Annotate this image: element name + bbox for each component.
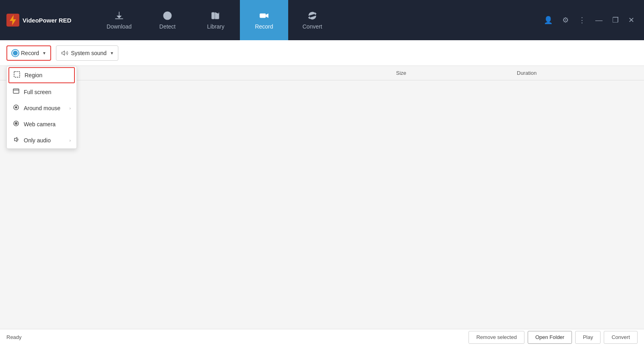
dropdown-item-web-camera[interactable]: Web camera <box>7 116 76 132</box>
svg-rect-11 <box>260 14 266 18</box>
more-icon[interactable]: ⋮ <box>575 14 589 26</box>
svg-rect-14 <box>14 72 20 77</box>
remove-selected-button[interactable]: Remove selected <box>469 331 524 344</box>
close-button[interactable]: ✕ <box>625 14 638 26</box>
svg-rect-8 <box>212 12 215 18</box>
web-camera-icon <box>12 120 20 128</box>
record-dropdown: Region Full screen Around mouse › <box>6 66 77 149</box>
record-button[interactable]: Record ▾ <box>6 45 51 61</box>
col-size: Size <box>396 70 517 76</box>
app-title: VideoPower RED <box>23 17 71 24</box>
library-icon <box>211 10 221 21</box>
convert-icon <box>307 10 318 21</box>
user-icon[interactable]: 👤 <box>541 14 556 26</box>
dropdown-item-only-audio[interactable]: Only audio › <box>7 132 76 148</box>
svg-marker-13 <box>62 51 65 55</box>
open-folder-button[interactable]: Open Folder <box>528 331 572 344</box>
system-sound-button[interactable]: System sound ▾ <box>56 45 118 61</box>
dropdown-item-fullscreen[interactable]: Full screen <box>7 84 76 100</box>
speaker-icon <box>61 49 68 57</box>
svg-rect-15 <box>13 89 19 93</box>
table-body <box>0 80 644 329</box>
around-mouse-icon <box>12 104 20 112</box>
sound-chevron-icon: ▾ <box>111 50 113 56</box>
svg-point-18 <box>15 107 17 108</box>
tab-detect[interactable]: Detect <box>143 0 192 40</box>
dropdown-item-region[interactable]: Region <box>8 67 75 83</box>
record-dot-icon <box>12 50 19 56</box>
status-text: Ready <box>6 334 22 340</box>
maximize-button[interactable]: ❐ <box>609 14 622 26</box>
dropdown-item-around-mouse[interactable]: Around mouse › <box>7 100 76 116</box>
table-header: Size Duration <box>0 66 644 80</box>
col-duration: Duration <box>517 70 638 76</box>
action-buttons: Remove selected Open Folder Play Convert <box>469 331 638 344</box>
only-audio-icon <box>12 136 20 144</box>
tab-library[interactable]: Library <box>192 0 240 40</box>
record-chevron-icon: ▾ <box>43 50 45 56</box>
only-audio-chevron-icon: › <box>69 138 71 143</box>
region-icon <box>13 71 21 79</box>
convert-button[interactable]: Convert <box>604 331 638 344</box>
svg-point-21 <box>16 123 17 124</box>
minimize-button[interactable]: — <box>592 14 606 26</box>
svg-point-3 <box>166 14 169 17</box>
app-logo-icon <box>6 14 19 27</box>
around-mouse-chevron-icon: › <box>69 106 71 111</box>
content-area: Size Duration <box>0 66 644 329</box>
svg-marker-9 <box>215 12 219 18</box>
download-icon <box>114 10 124 21</box>
tab-record[interactable]: Record <box>240 0 288 40</box>
detect-icon <box>162 10 173 21</box>
tab-download[interactable]: Download <box>95 0 143 40</box>
record-nav-icon <box>259 10 269 21</box>
fullscreen-icon <box>12 88 20 96</box>
main-nav: Download Detect Library <box>95 0 541 40</box>
window-controls: 👤 ⚙ ⋮ — ❐ ✕ <box>541 14 638 26</box>
statusbar: Ready Remove selected Open Folder Play C… <box>0 329 644 345</box>
settings-icon[interactable]: ⚙ <box>559 14 572 26</box>
svg-marker-22 <box>14 138 17 142</box>
app-logo-area: VideoPower RED <box>6 14 79 27</box>
play-button[interactable]: Play <box>575 331 601 344</box>
tab-convert[interactable]: Convert <box>288 0 336 40</box>
toolbar: Record ▾ System sound ▾ Region <box>0 40 644 66</box>
svg-marker-12 <box>266 14 268 18</box>
